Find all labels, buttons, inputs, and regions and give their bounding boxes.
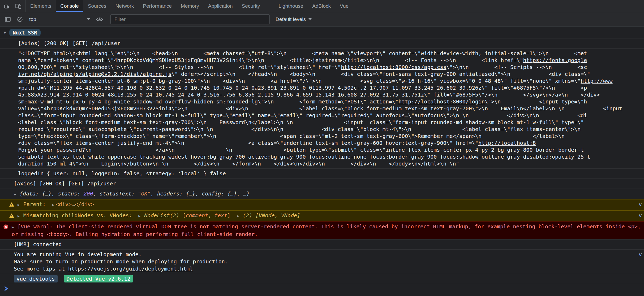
tab-adblock[interactable]: AdBlock	[308, 0, 335, 12]
console-row-warn: ▶ Parent: ▶<div>…</div>v	[0, 199, 644, 210]
devtools-tab-bar: ElementsConsoleSourcesNetworkPerformance…	[0, 0, 644, 12]
message-text: [HMR] connected	[14, 241, 644, 248]
tab-strip: ElementsConsoleSourcesNetworkPerformance…	[26, 0, 353, 12]
inspect-element-icon[interactable]	[2, 1, 13, 12]
message-segment: name=\"csrf-token\" content=\"4hrpDKckdV…	[18, 57, 523, 63]
console-input[interactable]	[12, 286, 644, 293]
dump-line: semibold text-xs text-white uppercase tr…	[18, 153, 644, 160]
message-text: loggedIn { user: null, loggedIn: false, …	[18, 170, 644, 177]
console-row-log: [Axios] [200 OK] [GET] /api/user	[0, 179, 644, 189]
url-link[interactable]: http://localhost:8000/css/app.css	[341, 64, 446, 70]
dump-line: 00,600,700\" rel=\"stylesheet\">\n\n <!-…	[18, 64, 644, 71]
console-row-log: [Axios] [200 OK] [GET] /api/user	[0, 38, 644, 48]
message-segment: 200	[84, 190, 93, 197]
vue-devtools-row: vue-devtools Detected Vue v2.6.12	[0, 274, 644, 284]
tab-lighthouse[interactable]: Lighthouse	[274, 0, 308, 12]
tab-elements[interactable]: Elements	[26, 0, 56, 12]
tab-sources[interactable]: Sources	[83, 0, 111, 12]
message-segment: text	[214, 212, 227, 219]
dump-line: required=\"required\" autocomplete=\"cur…	[18, 126, 644, 133]
console-panel: ▼ Nuxt SSR [Axios] [200 OK] [GET] /api/u…	[0, 27, 644, 296]
tab-memory[interactable]: Memory	[176, 0, 204, 12]
message-segment: class=\"form-input rounded-md shadow-sm …	[18, 112, 587, 119]
url-link[interactable]: http://localhost:8000/login	[398, 98, 485, 105]
message-segment: Forgot your password?\n </a>\n \n <butto…	[18, 147, 584, 153]
message-segment: [Axios] [200 OK] [GET] /api/user	[18, 40, 120, 46]
tab-bar-left-icons	[0, 0, 26, 12]
message-segment: , headers: {…}, config: {…}, …}	[151, 190, 250, 197]
disclosure-arrow-icon[interactable]: ▶	[138, 214, 143, 218]
log-level-selector[interactable]: Default levels	[276, 16, 312, 22]
source-location-link[interactable]: v	[637, 201, 644, 208]
message-segment: sm:max-w-md mt-6 px-6 py-4 bg-white shad…	[18, 98, 398, 105]
console-row-warn: ▶ Mismatching childNodes vs. VNodes: ▶ N…	[0, 210, 644, 221]
erroring-icon	[3, 224, 8, 231]
disclosure-arrow-icon[interactable]: ▶	[18, 214, 22, 218]
message-segment: 45.885A23.914 23.914 0 0024 48c13.255 0 …	[18, 92, 600, 98]
dump-line: "<!DOCTYPE html>\n<html lang=\"en\">\n <…	[18, 50, 644, 57]
group-expand-arrow-icon[interactable]: ▼	[4, 30, 6, 35]
message-segment: 00,600,700\" rel=\"stylesheet\">\n\n <!-…	[18, 64, 341, 70]
tab-vue[interactable]: Vue	[335, 0, 353, 12]
javascript-context-selector[interactable]: top	[27, 16, 93, 22]
warning-icon	[9, 213, 14, 220]
tab-security[interactable]: Security	[237, 0, 265, 12]
warning-icon	[9, 202, 14, 209]
message-text: [Axios] [200 OK] [GET] /api/user	[18, 40, 644, 47]
disclosure-arrow-icon[interactable]: ▶	[18, 203, 22, 207]
message-text: ▶ [Vue warn]: The client-side rendered v…	[12, 223, 644, 238]
clear-console-icon[interactable]	[14, 14, 25, 25]
message-segment: \">\n\n <!-- Scripts -->\n <sc	[446, 64, 587, 70]
console-row-log: [HMR] connected	[0, 239, 644, 249]
message-segment: <div>	[56, 201, 72, 207]
url-link[interactable]: ivr.net/gh/alpinejs/alpine@v2.2.1/dist/a…	[18, 71, 171, 77]
message-segment: ,	[208, 212, 214, 219]
tab-console[interactable]: Console	[56, 0, 83, 12]
console-sidebar-icon[interactable]	[2, 14, 13, 25]
url-link[interactable]: http://localhost:8	[478, 140, 536, 146]
message-text: "<!DOCTYPE html>\n<html lang=\"en\">\n <…	[18, 50, 644, 167]
live-expression-eye-icon[interactable]	[94, 14, 105, 25]
url-link[interactable]: https://vuejs.org/guide/deployment.html	[68, 265, 193, 272]
message-segment: duration-150 ml-4\">\n Login\n</button>\…	[18, 160, 459, 167]
message-segment: "<!DOCTYPE html>\n<html lang=\"en\">\n <…	[18, 50, 587, 56]
message-segment: </div>	[75, 201, 94, 207]
device-toolbar-icon[interactable]	[13, 1, 24, 12]
source-location-link[interactable]: v	[637, 251, 644, 258]
object-preview-row: ▶ {data: {…}, status: 200, statusText: "…	[0, 189, 644, 199]
tab-performance[interactable]: Performance	[138, 0, 176, 12]
url-link[interactable]: https://fonts.google	[523, 57, 587, 63]
message-segment: NodeList(2)	[144, 212, 179, 219]
message-text: ▶ Parent: ▶<div>…</div>	[18, 201, 637, 208]
html-string-dump: "<!DOCTYPE html>\n<html lang=\"en\">\n <…	[0, 48, 644, 168]
filter-input[interactable]	[110, 14, 270, 24]
url-link[interactable]: http://www	[581, 78, 612, 84]
disclosure-arrow-icon[interactable]: ▶	[237, 214, 241, 218]
message-segment: type=\"checkbox\" class=\"form-checkbox\…	[18, 133, 565, 139]
source-location-link[interactable]: v	[637, 212, 644, 219]
chevron-down-icon	[87, 18, 90, 20]
message-segment: Detected Vue v2.6.12	[64, 275, 133, 282]
dump-line: <div class=\"flex items-center justify-e…	[18, 140, 644, 146]
disclosure-arrow-icon[interactable]: ▶	[14, 192, 18, 196]
message-segment: [	[179, 212, 186, 219]
disclosure-arrow-icon[interactable]: ▶	[12, 225, 16, 229]
tab-application[interactable]: Application	[204, 0, 237, 12]
tab-network[interactable]: Network	[111, 0, 139, 12]
dump-line: <label class=\"block font-medium text-sm…	[18, 119, 644, 126]
dump-line: <path d=\"M11.395 44.428C4.557 40.198 0 …	[18, 84, 644, 91]
console-prompt[interactable]	[0, 284, 644, 294]
dump-line: type=\"checkbox\" class=\"form-checkbox\…	[18, 133, 644, 140]
console-row-log: loggedIn { user: null, loggedIn: false, …	[0, 168, 644, 179]
dump-line: value=\"4hrpDKckdVdQmYSDHedU53jxFq8mvHH7…	[18, 105, 644, 112]
message-segment: [Vue warn]: The client-side rendered vir…	[12, 223, 644, 237]
message-segment: [Axios] [200 OK] [GET] /api/user	[14, 180, 116, 187]
console-row-log: You are running Vue in development mode.…	[0, 249, 644, 274]
disclosure-arrow-icon[interactable]: ▶	[52, 203, 54, 207]
chevron-down-icon	[308, 18, 312, 20]
dump-line: Forgot your password?\n </a>\n \n <butto…	[18, 146, 644, 153]
console-group-header[interactable]: ▼ Nuxt SSR	[0, 27, 644, 38]
message-segment: …	[72, 201, 75, 207]
prompt-chevron-icon	[3, 286, 9, 293]
message-segment: sm:justify-center items-center pt-6 sm:p…	[18, 78, 581, 84]
